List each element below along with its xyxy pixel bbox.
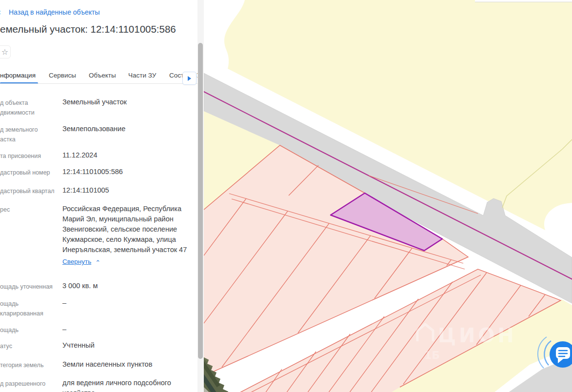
- field-value: для ведения личного подсобного хозяйства: [62, 378, 190, 392]
- tab-information[interactable]: нформация: [0, 72, 36, 79]
- tab-scroll-right-button[interactable]: [182, 72, 197, 85]
- field-value: Учтенный: [62, 340, 190, 351]
- field-value: Землепользование: [62, 124, 190, 134]
- back-chevron-icon: ‹: [0, 7, 1, 17]
- arrow-right-icon: [188, 76, 191, 81]
- cadastral-map-app: ‹ Назад в найденные объекты емельный уча…: [0, 0, 572, 392]
- collapse-link[interactable]: Свернуть: [62, 256, 91, 267]
- field-label: ощадь: [0, 325, 58, 335]
- watermark-text: ЦИОН: [438, 324, 517, 347]
- field-value: Земельный участок: [62, 97, 190, 107]
- field-label: д разрешенного: [0, 379, 58, 389]
- page-title: емельный участок: 12:14:1101005:586: [0, 23, 176, 35]
- tabs-divider: [0, 83, 197, 84]
- tab-services[interactable]: Сервисы: [49, 72, 76, 79]
- field-value: 11.12.2024: [62, 150, 190, 160]
- address-text: Российская Федерация, Республика Марий Э…: [62, 205, 187, 254]
- field-label: рес: [0, 205, 58, 215]
- field-value: Земли населенных пунктов: [62, 359, 190, 370]
- watermark-subtext: 1Б: [424, 349, 440, 361]
- field-label: дастровый квартал: [0, 186, 58, 196]
- field-value: Российская Федерация, Республика Марий Э…: [62, 204, 190, 267]
- back-to-results-link[interactable]: Назад в найденные объекты: [9, 8, 99, 16]
- field-label: дастровый номер: [0, 168, 58, 177]
- field-value: 12:14:1101005: [62, 185, 190, 196]
- field-label: д объекта движимости: [0, 98, 58, 118]
- field-label: ощадь кларированная: [0, 299, 58, 318]
- favorite-button[interactable]: ☆: [0, 45, 11, 59]
- field-label: та присвоения: [0, 151, 58, 161]
- map-canvas[interactable]: ЦИОН 1Б: [204, 0, 572, 392]
- panel-scrollbar-thumb[interactable]: [198, 43, 203, 359]
- field-label: д земельного астка: [0, 125, 58, 144]
- field-value: –: [62, 324, 190, 334]
- tab-objects[interactable]: Объекты: [89, 72, 116, 79]
- object-info-panel: ‹ Назад в найденные объекты емельный уча…: [0, 0, 198, 392]
- panel-scrollbar-track[interactable]: [197, 0, 204, 392]
- field-value: 3 000 кв. м: [62, 281, 190, 291]
- tab-bar: нформация Сервисы Объекты Части ЗУ Соста…: [0, 70, 197, 84]
- map-top-strip: [475, 0, 572, 2]
- field-value: 12:14:1101005:586: [62, 167, 190, 177]
- star-icon: ☆: [1, 48, 8, 56]
- field-value: –: [62, 298, 190, 308]
- field-label: тегория земель: [0, 360, 58, 370]
- tab-parts[interactable]: Части ЗУ: [128, 72, 156, 79]
- chevron-up-icon: ⌃: [95, 257, 100, 268]
- field-label: атус: [0, 341, 58, 351]
- field-label: ощадь уточненная: [0, 282, 58, 292]
